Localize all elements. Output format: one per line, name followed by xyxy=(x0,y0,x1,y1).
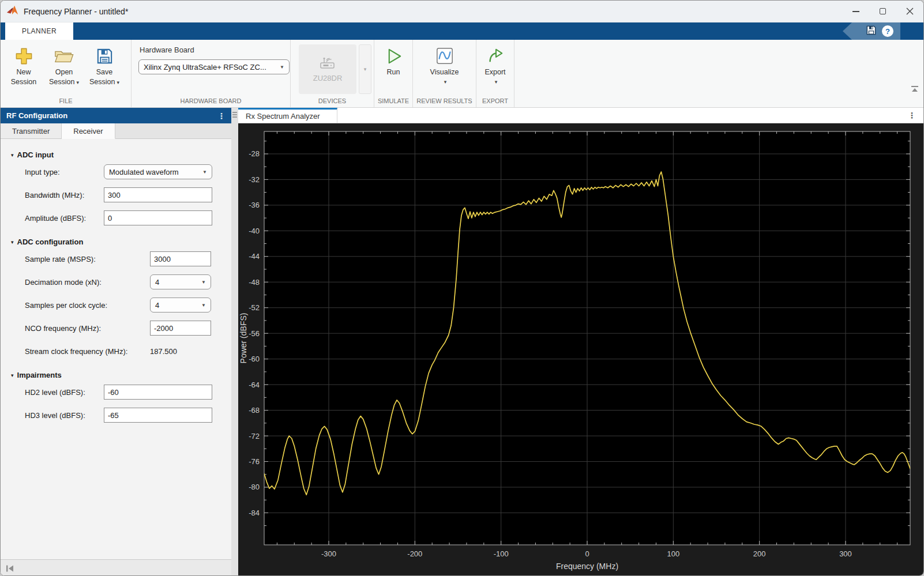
svg-text:-60: -60 xyxy=(249,355,260,363)
quick-access-toolbar: ? xyxy=(843,22,900,40)
row-hd2-level: HD2 level (dBFS): xyxy=(1,381,231,404)
open-session-button[interactable]: Open Session▾ xyxy=(44,44,84,88)
collapse-toolstrip-button[interactable] xyxy=(911,84,919,95)
collapse-toolstrip-icon xyxy=(911,86,919,92)
svg-text:-32: -32 xyxy=(249,175,260,184)
tab-rx-spectrum-analyzer[interactable]: Rx Spectrum Analyzer xyxy=(238,108,337,123)
toolstrip-section-simulate: Run SIMULATE xyxy=(374,40,413,107)
svg-text:-72: -72 xyxy=(249,432,260,441)
section-label-export: EXPORT xyxy=(476,96,514,107)
row-hd3-level: HD3 level (dBFS): xyxy=(1,404,231,427)
open-session-icon xyxy=(54,44,74,67)
section-label-review: REVIEW RESULTS xyxy=(413,96,476,107)
svg-text:-28: -28 xyxy=(249,149,260,158)
row-sample-rate: Sample rate (MSPS): xyxy=(1,247,231,270)
save-icon xyxy=(866,25,877,36)
hd3-level-field[interactable] xyxy=(104,408,212,423)
main-area: RF Configuration ⋮ Transmitter Receiver … xyxy=(1,108,923,576)
figure-panel: Rx Spectrum Analyzer ⋮ -300-200-10001002… xyxy=(238,108,923,576)
section-adc-input[interactable]: ▾ ADC input xyxy=(11,150,231,159)
svg-text:-56: -56 xyxy=(249,329,260,338)
app-window: Frequency Planner - untitled* PLANNER xyxy=(0,0,924,576)
amplitude-field[interactable] xyxy=(104,210,212,225)
visualize-dropdown-icon: ▾ xyxy=(444,77,447,87)
maximize-icon xyxy=(880,8,886,14)
minimize-icon xyxy=(852,11,859,12)
section-label-devices: DEVICES xyxy=(291,96,374,107)
device-zu28dr-button[interactable]: ZU28DR xyxy=(299,44,356,94)
samples-per-clock-dropdown[interactable]: 4 ▼ xyxy=(150,298,211,313)
ribbon-tab-bar: PLANNER ? xyxy=(1,22,923,40)
save-session-icon xyxy=(96,44,114,67)
row-stream-clock: Stream clock frequency (MHz): 187.500 xyxy=(1,340,231,363)
svg-text:100: 100 xyxy=(667,549,679,558)
svg-text:-64: -64 xyxy=(249,381,260,389)
tab-planner[interactable]: PLANNER xyxy=(5,22,73,40)
svg-text:-52: -52 xyxy=(249,303,260,312)
row-samples-per-clock: Samples per clock cycle: 4 ▼ xyxy=(1,293,231,317)
bandwidth-field[interactable] xyxy=(104,187,212,202)
figure-menu-icon[interactable]: ⋮ xyxy=(908,108,916,123)
collapse-panel-icon[interactable] xyxy=(6,565,14,572)
panel-divider[interactable] xyxy=(231,108,238,576)
quick-save-button[interactable] xyxy=(866,25,877,38)
input-type-dropdown-arrow-icon: ▼ xyxy=(202,170,207,175)
save-session-button[interactable]: Save Session▾ xyxy=(84,44,125,88)
hd2-level-field[interactable] xyxy=(104,385,212,400)
open-session-dropdown-icon: ▾ xyxy=(76,80,79,85)
input-type-dropdown[interactable]: Modulated waveform ▼ xyxy=(104,164,212,179)
section-impairments[interactable]: ▾ Impairments xyxy=(11,371,231,379)
export-dropdown-icon: ▾ xyxy=(495,77,498,87)
row-input-type: Input type: Modulated waveform ▼ xyxy=(1,160,231,183)
svg-text:-300: -300 xyxy=(321,549,336,558)
hardware-board-dropdown[interactable]: Xilinx Zynq UltraScale+ RFSoC ZC... ▼ xyxy=(138,59,290,74)
svg-text:-48: -48 xyxy=(249,278,260,287)
titlebar: Frequency Planner - untitled* xyxy=(1,1,923,22)
toolstrip-section-review: Visualize ▾ REVIEW RESULTS xyxy=(413,40,476,107)
run-button[interactable]: Run xyxy=(375,44,412,77)
panel-title: RF Configuration xyxy=(6,111,67,120)
tab-receiver[interactable]: Receiver xyxy=(62,123,115,139)
svg-text:Frequency (MHz): Frequency (MHz) xyxy=(556,562,618,571)
close-icon xyxy=(906,7,914,15)
sample-rate-field[interactable] xyxy=(150,251,211,266)
svg-text:-68: -68 xyxy=(249,406,260,415)
row-decimation-mode: Decimation mode (xN): 4 ▼ xyxy=(1,270,231,293)
panel-menu-icon[interactable]: ⋮ xyxy=(217,111,226,121)
decimation-mode-dropdown[interactable]: 4 ▼ xyxy=(150,274,211,289)
export-button[interactable]: Export ▾ xyxy=(478,44,513,87)
help-button[interactable]: ? xyxy=(882,25,893,37)
device-dropdown-arrow-icon: ▾ xyxy=(364,66,367,72)
section-label-file: FILE xyxy=(1,96,131,107)
stream-clock-value: 187.500 xyxy=(150,347,177,356)
device-icon xyxy=(319,57,336,71)
collapse-triangle-icon: ▾ xyxy=(11,152,14,158)
hardware-board-dropdown-arrow-icon: ▼ xyxy=(280,65,284,70)
collapse-triangle-icon: ▾ xyxy=(11,372,14,378)
spectrum-figure: -300-200-1000100200300-28-32-36-40-44-48… xyxy=(238,123,923,576)
svg-text:Power (dBFS): Power (dBFS) xyxy=(239,313,248,364)
svg-text:200: 200 xyxy=(753,549,766,558)
section-adc-configuration[interactable]: ▾ ADC configuration xyxy=(11,238,231,246)
samples-per-clock-dropdown-arrow-icon: ▼ xyxy=(201,303,206,308)
visualize-button[interactable]: Visualize ▾ xyxy=(419,44,471,87)
visualize-icon xyxy=(435,44,454,67)
svg-text:-44: -44 xyxy=(249,252,260,261)
figure-tab-bar: Rx Spectrum Analyzer ⋮ xyxy=(238,108,923,123)
minimize-button[interactable] xyxy=(842,1,869,22)
new-session-button[interactable]: New Session xyxy=(3,44,44,87)
svg-text:-36: -36 xyxy=(249,201,260,209)
tab-transmitter[interactable]: Transmitter xyxy=(1,123,62,138)
svg-text:0: 0 xyxy=(585,549,589,558)
device-dropdown-button[interactable]: ▾ xyxy=(359,44,371,94)
svg-text:-40: -40 xyxy=(249,227,260,235)
nco-frequency-field[interactable] xyxy=(150,321,211,336)
maximize-button[interactable] xyxy=(869,1,896,22)
collapse-triangle-icon: ▾ xyxy=(11,239,14,245)
export-icon xyxy=(486,44,505,67)
new-session-icon xyxy=(14,44,33,67)
svg-text:-100: -100 xyxy=(494,549,509,558)
close-button[interactable] xyxy=(896,1,923,22)
toolstrip: New Session Open Session▾ xyxy=(1,40,923,108)
row-nco-frequency: NCO frequency (MHz): xyxy=(1,317,231,340)
